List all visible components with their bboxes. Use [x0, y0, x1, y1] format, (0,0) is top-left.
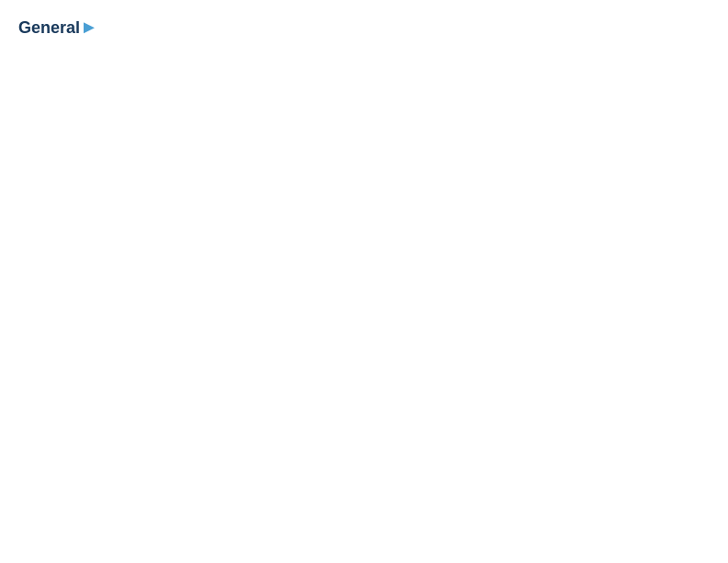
header: General► [18, 17, 710, 38]
logo: General► [18, 17, 98, 38]
page: General► [0, 0, 728, 563]
logo-text: General► [18, 17, 98, 38]
